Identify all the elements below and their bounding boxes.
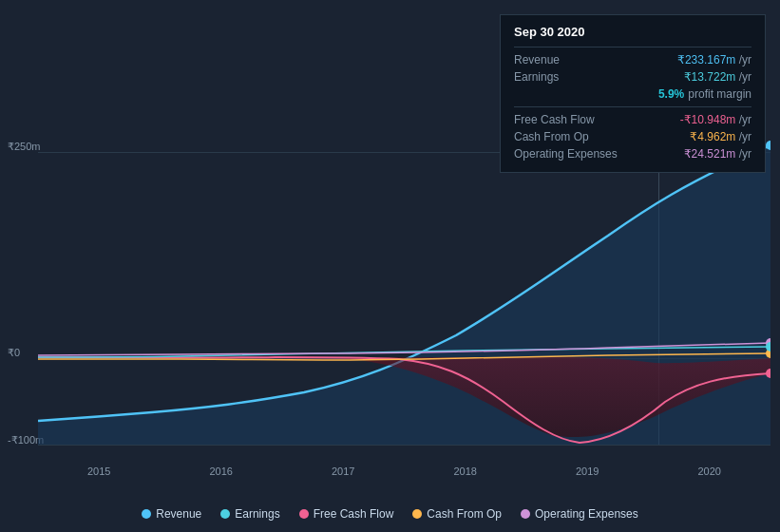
legend-dot-fcf [299, 509, 309, 519]
legend-dot-revenue [142, 509, 151, 519]
legend-item-opex[interactable]: Operating Expenses [521, 507, 638, 521]
tooltip-row-earnings: Earnings ₹13.722m /yr [514, 68, 751, 86]
y-label-250: ₹250m [8, 141, 41, 153]
tooltip-label-earnings: Earnings [514, 70, 618, 84]
tooltip-row-opex: Operating Expenses ₹24.521m /yr [514, 145, 751, 162]
tooltip-value-earnings: ₹13.722m /yr [684, 70, 751, 84]
chart-svg [38, 141, 770, 445]
tooltip-divider2 [514, 106, 751, 107]
legend-label-earnings: Earnings [235, 507, 279, 521]
legend-item-fcf[interactable]: Free Cash Flow [299, 507, 394, 521]
tooltip-panel: Sep 30 2020 Revenue ₹233.167m /yr Earnin… [500, 14, 766, 173]
tooltip-value-fcf: -₹10.948m /yr [680, 113, 751, 126]
tooltip-row-profit: 5.9%profit margin [514, 86, 751, 103]
legend-label-revenue: Revenue [156, 507, 201, 521]
tooltip-value-cashop: ₹4.962m /yr [690, 130, 751, 143]
x-axis-labels: 2015 2016 2017 2018 2019 2020 [38, 466, 770, 477]
legend-dot-cashop [412, 509, 422, 519]
legend-item-cashop[interactable]: Cash From Op [412, 507, 502, 521]
legend-label-cashop: Cash From Op [427, 507, 502, 521]
tooltip-row-cashop: Cash From Op ₹4.962m /yr [514, 128, 751, 145]
tooltip-date: Sep 30 2020 [514, 25, 751, 39]
tooltip-divider [514, 47, 751, 48]
legend-dot-opex [521, 509, 530, 519]
tooltip-label-fcf: Free Cash Flow [514, 113, 618, 126]
tooltip-label-opex: Operating Expenses [514, 147, 618, 161]
x-label-2016: 2016 [210, 466, 233, 477]
legend-label-fcf: Free Cash Flow [314, 507, 394, 521]
x-label-2020: 2020 [698, 466, 721, 477]
legend-label-opex: Operating Expenses [535, 507, 638, 521]
legend-dot-earnings [220, 509, 230, 519]
x-label-2015: 2015 [87, 466, 110, 477]
x-label-2018: 2018 [454, 466, 477, 477]
x-label-2017: 2017 [332, 466, 354, 477]
chart-legend: Revenue Earnings Free Cash Flow Cash Fro… [0, 507, 780, 521]
x-label-2019: 2019 [576, 466, 599, 477]
legend-item-revenue[interactable]: Revenue [142, 507, 201, 521]
y-label-0: ₹0 [8, 347, 20, 359]
tooltip-label-revenue: Revenue [514, 53, 618, 66]
tooltip-value-profit: 5.9%profit margin [658, 87, 751, 101]
tooltip-label-cashop: Cash From Op [514, 130, 618, 143]
tooltip-row-revenue: Revenue ₹233.167m /yr [514, 51, 751, 68]
tooltip-value-revenue: ₹233.167m /yr [677, 53, 751, 66]
legend-item-earnings[interactable]: Earnings [220, 507, 279, 521]
grid-line-bottom [38, 445, 770, 446]
tooltip-row-fcf: Free Cash Flow -₹10.948m /yr [514, 111, 751, 128]
tooltip-value-opex: ₹24.521m /yr [684, 147, 751, 161]
